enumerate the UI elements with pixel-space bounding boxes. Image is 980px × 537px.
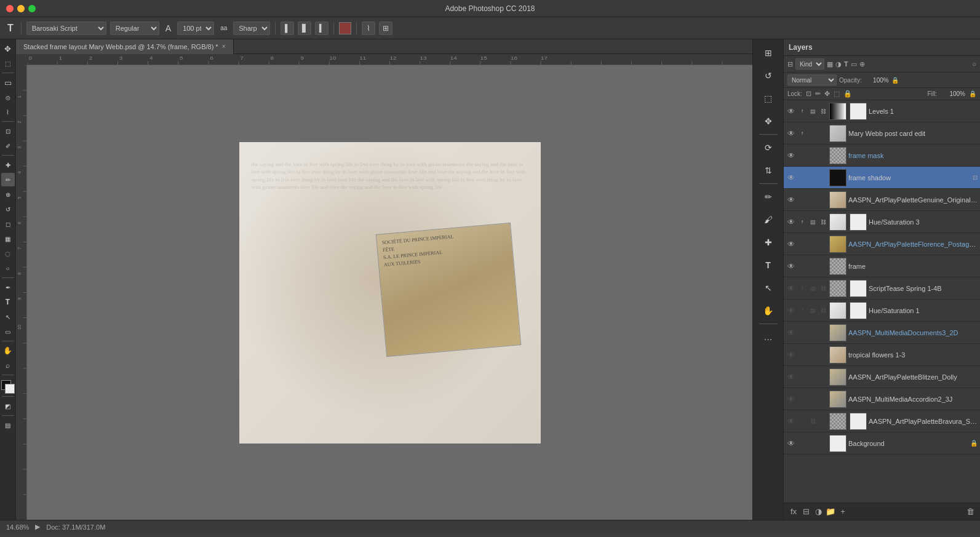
- color-swatches[interactable]: [1, 380, 15, 394]
- layer-visibility-background[interactable]: 👁: [786, 439, 796, 448]
- minimize-button[interactable]: [17, 5, 25, 12]
- document-tab[interactable]: Stacked frame layout Mary Webb.psd @ 14.…: [16, 39, 234, 54]
- clone-tool-button[interactable]: ⊕: [1, 188, 15, 201]
- layer-visibility-multimeddocs[interactable]: 👁: [786, 328, 796, 338]
- layer-visibility-levels1[interactable]: 👁: [786, 106, 796, 116]
- layer-visibility-tropicalflowers[interactable]: 👁: [786, 350, 796, 360]
- crop-tool-button[interactable]: ⊡: [1, 124, 15, 138]
- pixel-filter-icon[interactable]: ▦: [827, 60, 833, 68]
- layer-visibility-accordion[interactable]: 👁: [786, 394, 796, 404]
- move-tool-button[interactable]: ✥: [1, 42, 15, 55]
- maximize-button[interactable]: [28, 5, 36, 12]
- blur-tool-button[interactable]: ◌: [1, 247, 15, 260]
- history-brush-tool-button[interactable]: ↺: [1, 202, 15, 216]
- artboard-tool-button[interactable]: ⬚: [1, 57, 15, 70]
- layer-item-florence[interactable]: 👁 AASPN_ArtPlayPaletteFlorence_PostageSt…: [784, 233, 980, 255]
- layer-item-levels1[interactable]: 👁 f ▤ ⛓ Levels 1: [784, 100, 980, 122]
- mini-brush-button[interactable]: ✏: [757, 186, 779, 208]
- warp-text-button[interactable]: ⌇: [362, 22, 375, 35]
- mini-history-button[interactable]: ↺: [757, 65, 779, 87]
- layer-item-hue3[interactable]: 👁 f ▤ ⛓ Hue/Saturation 3: [784, 211, 980, 233]
- mini-hand-button[interactable]: ✋: [757, 300, 779, 322]
- shape-tool-button[interactable]: ▭: [1, 325, 15, 338]
- mini-move-button[interactable]: ✥: [757, 110, 779, 132]
- fill-value[interactable]: 100%: [941, 90, 965, 97]
- layer-item-tropicalflowers[interactable]: 👁 tropical flowers 1-3: [784, 344, 980, 366]
- tab-close-button[interactable]: ×: [222, 43, 226, 50]
- lock-brush-icon[interactable]: ✏: [815, 90, 821, 98]
- adjustment-filter-icon[interactable]: ◑: [835, 60, 842, 68]
- new-layer-button[interactable]: +: [837, 506, 849, 518]
- marquee-tool-button[interactable]: ▭: [1, 76, 15, 89]
- layer-item-framemask[interactable]: 👁 frame mask: [784, 145, 980, 167]
- layer-visibility-framemask[interactable]: 👁: [786, 151, 796, 161]
- layer-visibility-flower2[interactable]: 👁: [786, 195, 796, 205]
- new-fill-adjustment-button[interactable]: ◑: [812, 506, 824, 518]
- mini-heal-button[interactable]: ✚: [757, 231, 779, 253]
- quick-mask-button[interactable]: ◩: [1, 399, 15, 413]
- layer-visibility-hue1[interactable]: 👁: [786, 306, 796, 316]
- font-family-select[interactable]: Barosaki Script: [26, 22, 106, 35]
- mini-more-button[interactable]: …: [757, 326, 779, 348]
- lock-move-icon[interactable]: ✥: [824, 90, 830, 98]
- mini-flip-button[interactable]: ⇅: [757, 159, 779, 181]
- filter-toggle[interactable]: ○: [972, 60, 976, 68]
- layer-visibility-mwpc[interactable]: 👁: [786, 129, 796, 138]
- layer-visibility-frameshadow[interactable]: 👁: [786, 173, 796, 183]
- dodge-tool-button[interactable]: ○: [1, 261, 15, 275]
- layer-visibility-hue3[interactable]: 👁: [786, 217, 796, 227]
- mini-type-button[interactable]: T: [757, 254, 779, 276]
- aa-toggle[interactable]: aa: [218, 23, 229, 33]
- add-mask-button[interactable]: ⊟: [800, 506, 812, 518]
- layer-item-frameshadow[interactable]: 👁 frame shadow ⊡: [784, 167, 980, 189]
- layer-visibility-bravura[interactable]: 👁: [786, 416, 796, 426]
- lock-artboard-icon[interactable]: ⬚: [834, 90, 840, 98]
- lock-all-icon[interactable]: 🔒: [843, 90, 852, 98]
- layer-item-hue1[interactable]: 👁 f ▤ ⛓ Hue/Saturation 1: [784, 300, 980, 322]
- path-select-tool-button[interactable]: ↖: [1, 310, 15, 324]
- fill-lock-icon[interactable]: 🔒: [969, 90, 976, 97]
- text-options-button[interactable]: ⊞: [379, 22, 392, 35]
- hand-tool-button[interactable]: ✋: [1, 344, 15, 357]
- mini-transform-button[interactable]: ⬚: [757, 87, 779, 109]
- layer-item-flower2[interactable]: 👁 AASPN_ArtPlayPaletteGenuine_OriginalFl…: [784, 189, 980, 211]
- layer-item-background[interactable]: 👁 Background 🔒: [784, 432, 980, 455]
- close-button[interactable]: [6, 5, 14, 12]
- mini-select-button[interactable]: ↖: [757, 277, 779, 299]
- lasso-tool-button[interactable]: ⌾: [1, 90, 15, 104]
- wand-tool-button[interactable]: ⌇: [1, 105, 15, 119]
- smart-filter-icon[interactable]: ⊕: [859, 60, 865, 68]
- eraser-tool-button[interactable]: ◻: [1, 217, 15, 231]
- align-center-button[interactable]: ▋: [298, 22, 311, 35]
- shape-filter-icon[interactable]: ▭: [851, 60, 857, 68]
- opacity-value[interactable]: 100%: [864, 77, 889, 84]
- type-tool-icon[interactable]: T: [5, 22, 16, 35]
- mini-properties-button[interactable]: ⊞: [757, 42, 779, 64]
- text-color-swatch[interactable]: [339, 22, 351, 34]
- mini-paint-button[interactable]: 🖌: [757, 209, 779, 231]
- layer-item-multimeddocs[interactable]: 👁 AASPN_MultiMediaDocuments3_2D: [784, 322, 980, 344]
- layer-item-blitzen[interactable]: 👁 AASPN_ArtPlayPaletteBlitzen_Dolly: [784, 366, 980, 388]
- add-fx-button[interactable]: fx: [787, 506, 800, 518]
- type-filter-icon[interactable]: T: [844, 60, 848, 68]
- layer-visibility-florence[interactable]: 👁: [786, 239, 796, 249]
- filter-kind-select[interactable]: Kind: [795, 58, 824, 70]
- layer-visibility-blitzen[interactable]: 👁: [786, 372, 796, 382]
- layer-item-mwpc[interactable]: 👁 f Mary Webb post card edit: [784, 122, 980, 145]
- pen-tool-button[interactable]: ✒: [1, 280, 15, 294]
- align-left-button[interactable]: ▌: [281, 22, 294, 35]
- layer-visibility-scripttease[interactable]: 👁: [786, 284, 796, 293]
- aa-mode-select[interactable]: Sharp: [233, 22, 270, 35]
- font-size-select[interactable]: 100 pt: [177, 22, 214, 35]
- zoom-tool-button[interactable]: ⌕: [1, 359, 15, 372]
- brush-tool-button[interactable]: ✏: [1, 173, 15, 186]
- background-swatch[interactable]: [5, 384, 15, 394]
- heal-tool-button[interactable]: ✚: [1, 158, 15, 172]
- layer-item-bravura[interactable]: 👁 ⛓ AASPN_ArtPlayPaletteBravura_SolidPap…: [784, 410, 980, 432]
- layer-item-frame[interactable]: 👁 frame: [784, 255, 980, 277]
- lock-transparent-icon[interactable]: ⊡: [806, 90, 811, 98]
- delete-layer-button[interactable]: 🗑: [964, 506, 976, 518]
- align-right-button[interactable]: ▍: [315, 22, 329, 35]
- status-arrow[interactable]: ▶: [35, 523, 40, 531]
- layer-item-scripttease[interactable]: 👁 f ▤ ⛓ ScriptTease Spring 1-4B: [784, 277, 980, 300]
